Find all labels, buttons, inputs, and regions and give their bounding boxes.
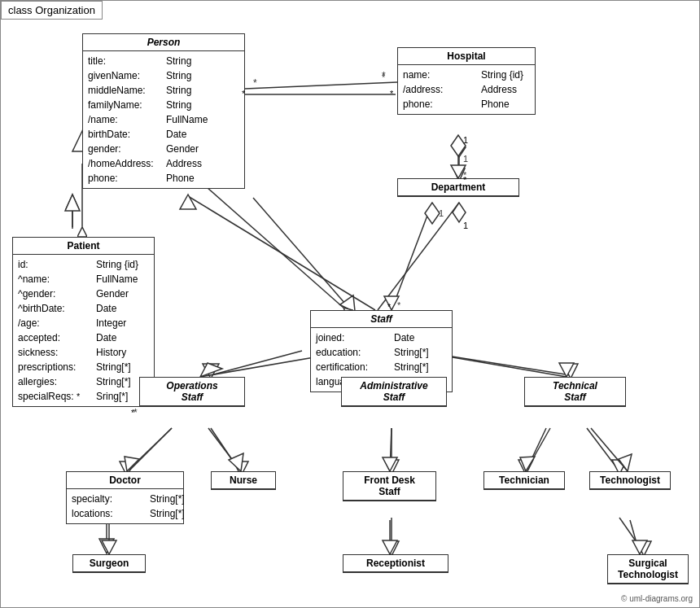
svg-marker-73 (383, 540, 397, 554)
person-box: Person title:String givenName:String mid… (82, 33, 245, 189)
svg-line-62 (208, 428, 241, 471)
diagram-container: class Organization (0, 0, 700, 608)
department-box: Department (397, 178, 519, 197)
svg-line-6 (188, 196, 375, 310)
mult-ops-star: * (131, 408, 134, 418)
technician-box: Technician (483, 471, 565, 490)
mult-patient-ops-star: * (77, 391, 80, 401)
svg-line-22 (211, 428, 241, 473)
mult-person-hospital-right: * (390, 89, 393, 98)
svg-line-64 (390, 428, 392, 471)
person-title: Person (83, 34, 244, 51)
svg-marker-69 (619, 454, 632, 471)
nurse-box: Nurse (211, 471, 276, 490)
patient-attrs: id:String {id} ^name:FullName ^gender:Ge… (13, 255, 154, 406)
mult-hospital-dept-star: * (463, 175, 466, 185)
receptionist-title: Receptionist (343, 555, 448, 572)
svg-marker-31 (99, 539, 114, 553)
svg-marker-65 (383, 457, 397, 471)
mult-person-hospital-left: * (242, 89, 245, 98)
technologist-title: Technologist (590, 472, 670, 489)
svg-line-68 (591, 428, 628, 471)
svg-line-26 (526, 428, 550, 471)
surgeon-title: Surgeon (73, 555, 145, 572)
svg-line-14 (211, 351, 302, 375)
mult-dept-staff-star: * (387, 302, 391, 312)
surgical-technologist-title: SurgicalTechnologist (608, 555, 688, 584)
staff-title: Staff (311, 311, 452, 328)
svg-marker-75 (632, 540, 647, 554)
hospital-box: Hospital name:String {id} /address:Addre… (397, 47, 536, 115)
svg-marker-7 (180, 195, 196, 209)
svg-line-45 (392, 203, 432, 310)
svg-line-28 (587, 428, 619, 471)
svg-line-34 (619, 518, 644, 553)
svg-line-20 (127, 428, 172, 473)
doctor-box: Doctor specialty:String[*] locations:Str… (66, 471, 184, 524)
technologist-box: Technologist (589, 471, 671, 490)
diagram-title: class Organization (1, 1, 103, 20)
svg-line-11 (378, 203, 459, 310)
person-attrs: title:String givenName:String middleName… (83, 51, 244, 188)
svg-marker-61 (125, 457, 139, 471)
operations-staff-title: OperationsStaff (140, 378, 244, 406)
svg-marker-71 (102, 540, 116, 554)
svg-marker-67 (520, 457, 535, 471)
administrative-staff-title: AdministrativeStaff (342, 378, 446, 406)
svg-line-48 (245, 82, 397, 89)
svg-text:1: 1 (439, 208, 444, 218)
svg-marker-47 (384, 296, 399, 310)
surgical-technologist-box: SurgicalTechnologist (607, 554, 689, 584)
mult-hospital-dept-1: 1 (463, 135, 468, 145)
copyright: © uml-diagrams.org (621, 594, 693, 603)
svg-line-66 (526, 428, 546, 471)
svg-marker-1 (66, 195, 79, 209)
front-desk-staff-title: Front DeskStaff (343, 472, 435, 501)
svg-text:*: * (382, 70, 386, 81)
svg-marker-5 (65, 195, 80, 211)
svg-line-60 (127, 428, 172, 471)
mult-dept-staff-1: 1 (463, 221, 468, 230)
svg-marker-52 (200, 363, 222, 377)
doctor-title: Doctor (67, 472, 183, 489)
front-desk-staff-box: Front DeskStaff (343, 471, 436, 501)
administrative-staff-box: AdministrativeStaff (341, 377, 447, 407)
receptionist-box: Receptionist (343, 554, 448, 573)
title-text: class Organization (8, 4, 95, 16)
svg-marker-46 (425, 203, 440, 224)
svg-text:1: 1 (463, 154, 468, 164)
patient-box: Patient id:String {id} ^name:FullName ^g… (12, 237, 155, 407)
svg-text:*: * (253, 77, 257, 89)
svg-marker-56 (559, 363, 574, 377)
patient-title: Patient (13, 238, 154, 255)
hospital-title: Hospital (398, 48, 535, 65)
hospital-attrs: name:String {id} /address:Address phone:… (398, 65, 535, 114)
technical-staff-box: TechnicalStaff (524, 377, 626, 407)
svg-line-74 (630, 520, 640, 554)
technician-title: Technician (484, 472, 564, 489)
svg-marker-63 (229, 453, 243, 471)
svg-marker-12 (453, 203, 466, 222)
doctor-attrs: specialty:String[*] locations:String[*] (67, 489, 183, 523)
technical-staff-title: TechnicalStaff (525, 378, 625, 406)
department-title: Department (398, 179, 518, 196)
svg-text:*: * (382, 72, 386, 82)
operations-staff-box: OperationsStaff (139, 377, 245, 407)
svg-line-2 (253, 198, 351, 310)
svg-text:*: * (397, 300, 401, 310)
surgeon-box: Surgeon (72, 554, 146, 573)
nurse-title: Nurse (212, 472, 275, 489)
